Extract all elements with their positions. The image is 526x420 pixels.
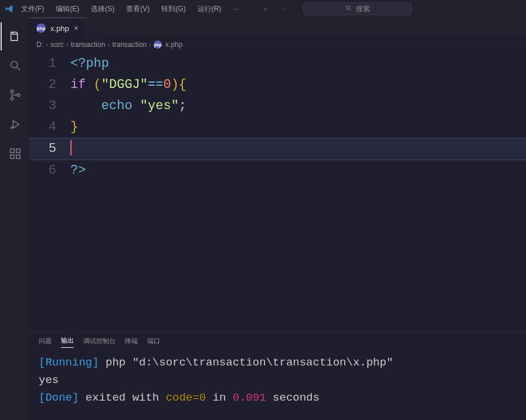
- code-line: 6 ?>: [29, 160, 526, 181]
- svg-point-5: [11, 97, 13, 100]
- search-icon: [345, 5, 352, 13]
- svg-line-1: [349, 9, 351, 11]
- code-line: 3 echo "yes";: [29, 96, 526, 117]
- svg-point-0: [347, 6, 350, 9]
- tab-filename: x.php: [50, 24, 69, 33]
- cursor-icon: [70, 140, 72, 155]
- line-number: 2: [29, 74, 70, 96]
- panel-tab-output[interactable]: 输出: [61, 336, 74, 348]
- search-activity-icon[interactable]: [1, 52, 29, 80]
- svg-point-2: [11, 62, 18, 68]
- search-placeholder: 搜索: [356, 4, 370, 14]
- extensions-icon[interactable]: [1, 140, 29, 168]
- menu-run[interactable]: 运行(R): [193, 2, 226, 16]
- menu-file[interactable]: 文件(F): [16, 2, 49, 16]
- tab-file[interactable]: php x.php ×: [29, 18, 86, 38]
- svg-rect-10: [11, 155, 14, 158]
- titlebar: 文件(F) 编辑(E) 选择(S) 查看(V) 转到(G) 运行(R) ··· …: [0, 0, 526, 18]
- source-control-icon[interactable]: [1, 81, 29, 109]
- panel-output[interactable]: [Running] php "d:\sorc\transaction\trans…: [29, 351, 526, 420]
- output-line: [Running] php "d:\sorc\transaction\trans…: [39, 354, 517, 371]
- line-number: 6: [29, 160, 70, 181]
- menu-select[interactable]: 选择(S): [86, 2, 119, 16]
- php-file-icon: php: [154, 40, 162, 49]
- panel-tab-ports[interactable]: 端口: [147, 337, 160, 348]
- panel-tab-debug[interactable]: 调试控制台: [83, 337, 116, 348]
- svg-point-4: [11, 90, 13, 93]
- line-number: 5: [29, 138, 70, 160]
- line-number: 3: [29, 96, 70, 117]
- php-file-icon: php: [36, 23, 46, 33]
- breadcrumb-item[interactable]: transaction: [112, 40, 147, 49]
- output-line: yes: [39, 371, 517, 389]
- panel-tab-problems[interactable]: 问题: [39, 337, 52, 348]
- nav-back-icon[interactable]: ←: [260, 4, 272, 14]
- menu-goto[interactable]: 转到(G): [157, 2, 190, 16]
- svg-rect-11: [16, 155, 20, 158]
- vscode-logo-icon: [5, 4, 14, 13]
- code-line-current: 5: [29, 138, 526, 160]
- svg-rect-9: [16, 149, 20, 153]
- output-line: [Done] exited with code=0 in 0.091 secon…: [39, 389, 517, 407]
- code-line: 1 <?php: [29, 53, 526, 74]
- svg-point-6: [17, 94, 20, 97]
- code-line: 4 }: [29, 117, 526, 138]
- close-tab-icon[interactable]: ×: [74, 23, 79, 33]
- code-editor[interactable]: 1 <?php 2 if ("DGGJ"==0){ 3 echo "yes"; …: [29, 51, 526, 332]
- panel-tabs: 问题 输出 调试控制台 终端 端口: [29, 333, 526, 351]
- breadcrumbs: D:› sorc› transaction› transaction› php …: [29, 38, 526, 51]
- svg-line-3: [17, 67, 21, 71]
- run-debug-icon[interactable]: [1, 110, 29, 138]
- activity-bar: [0, 18, 29, 420]
- svg-point-7: [11, 127, 13, 128]
- menu-view[interactable]: 查看(V): [121, 2, 154, 16]
- breadcrumb-item[interactable]: transaction: [71, 40, 106, 49]
- bottom-panel: 问题 输出 调试控制台 终端 端口 [Running] php "d:\sorc…: [29, 332, 526, 420]
- breadcrumb-item[interactable]: D:: [36, 40, 43, 49]
- code-line: 2 if ("DGGJ"==0){: [29, 74, 526, 96]
- breadcrumb-item[interactable]: sorc: [50, 40, 64, 49]
- line-number: 1: [29, 53, 70, 74]
- nav-forward-icon[interactable]: →: [279, 4, 290, 14]
- line-number: 4: [29, 117, 70, 138]
- svg-rect-8: [11, 149, 14, 153]
- panel-tab-terminal[interactable]: 终端: [125, 337, 138, 348]
- menu-more[interactable]: ···: [228, 2, 243, 15]
- breadcrumb-file[interactable]: x.php: [165, 40, 182, 49]
- menu-edit[interactable]: 编辑(E): [51, 2, 84, 16]
- tab-bar: php x.php ×: [29, 18, 526, 38]
- explorer-icon[interactable]: [1, 22, 29, 50]
- search-box[interactable]: 搜索: [303, 2, 412, 15]
